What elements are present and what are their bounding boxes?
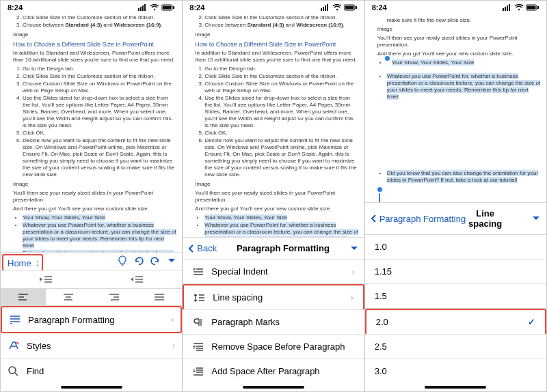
panel-paragraph-formatting: 8:24 Click Slide Size in the Customize s… <box>183 1 364 391</box>
styles-icon <box>8 340 20 351</box>
svg-point-36 <box>336 9 337 10</box>
lightbulb-icon[interactable] <box>116 255 129 267</box>
selection-handle-start[interactable] <box>385 56 390 61</box>
ribbon-tab-home-label: Home <box>8 258 31 268</box>
doc-paragraph: And there you go! You'll see your new cu… <box>13 206 176 212</box>
status-time: 8:24 <box>372 3 387 12</box>
undo-icon[interactable] <box>133 255 145 267</box>
status-time: 8:24 <box>189 3 204 12</box>
special-indent-icon <box>192 267 204 277</box>
doc-paragraph: You'll then see your newly sized slides … <box>377 35 541 48</box>
list-item: Whatever you use PowerPoint for, whether… <box>387 73 541 100</box>
svg-rect-57 <box>509 4 510 11</box>
back-button[interactable]: Back <box>188 243 217 253</box>
line-spacing-label: Line spacing <box>213 292 350 303</box>
align-right-button[interactable] <box>92 289 137 305</box>
special-indent-row[interactable]: Special Indent › <box>183 260 364 284</box>
line-spacing-panel: Paragraph Formatting Line spacing 1.0 1.… <box>365 202 546 391</box>
find-row[interactable]: Find <box>1 359 182 383</box>
list-item: Choose Custom Slide Size on Windows or P… <box>204 81 358 94</box>
home-indicator[interactable] <box>61 386 122 389</box>
align-justify-button[interactable] <box>137 289 182 305</box>
redo-icon[interactable] <box>149 255 161 267</box>
panel-line-spacing: 8:24 make sure it fits the new slide siz… <box>365 1 546 391</box>
list-item: Did you know that you can also change th… <box>387 170 541 184</box>
doc-paragraph: You'll then see your newly sized slides … <box>195 190 358 204</box>
svg-rect-3 <box>144 4 146 11</box>
line-spacing-option-selected[interactable]: 2.0✓ <box>365 309 546 335</box>
line-spacing-row[interactable]: Line spacing › <box>183 284 364 310</box>
alignment-segment <box>1 288 182 306</box>
line-spacing-option[interactable]: 1.0 <box>365 235 546 260</box>
line-spacing-option[interactable]: 1.15 <box>365 260 546 284</box>
status-icons <box>503 4 539 11</box>
image-placeholder-label: Image <box>13 181 176 188</box>
bullet-list: Did you know that you can also change th… <box>377 170 541 184</box>
highlighted-text: Your Show, Your Slides, Your Size <box>392 59 475 66</box>
wifi-icon <box>150 4 159 11</box>
decrease-indent-icon <box>38 275 53 284</box>
list-item: Use the Slides sized for drop-down box t… <box>23 95 176 129</box>
toolbar-panel: Home Paragraph Formatting <box>1 252 182 391</box>
home-indicator[interactable] <box>243 386 304 389</box>
list-item: Decide how you want to adjust the conten… <box>204 137 358 178</box>
doc-intro: In addition to Standard and Widescreen, … <box>195 50 358 64</box>
list-item: Click OK. <box>204 130 358 137</box>
line-spacing-option[interactable]: 2.5 <box>365 335 546 359</box>
svg-point-30 <box>9 367 16 374</box>
document-view[interactable]: Click Slide Size in the Customize sectio… <box>1 12 182 252</box>
svg-rect-39 <box>356 6 357 9</box>
battery-icon <box>526 4 539 11</box>
increase-indent-button[interactable] <box>92 275 183 284</box>
collapse-panel-icon[interactable] <box>349 245 359 252</box>
list-item: Click OK. <box>23 130 176 137</box>
list-item: Choose between Standard (4:3) and Widesc… <box>23 22 176 29</box>
status-icons <box>138 4 175 11</box>
chevron-right-icon: › <box>172 341 175 350</box>
paragraph-formatting-icon <box>9 314 21 325</box>
decrease-indent-button[interactable] <box>1 275 92 284</box>
svg-rect-55 <box>505 7 506 11</box>
add-space-after-row[interactable]: Add Space After Paragraph <box>183 359 364 383</box>
list-item: Use the Slides sized for drop-down box t… <box>204 95 358 129</box>
list-item: Click Slide Size in the Customize sectio… <box>204 73 358 80</box>
list-item: Click Slide Size in the Customize sectio… <box>23 73 176 80</box>
align-justify-icon <box>153 293 165 301</box>
indent-row <box>1 270 182 288</box>
styles-row[interactable]: Styles › <box>1 333 182 359</box>
status-icons <box>321 4 358 11</box>
signal-icon <box>321 4 330 11</box>
document-view[interactable]: make sure it fits the new slide size. Im… <box>365 12 546 202</box>
text-cursor <box>379 193 541 202</box>
align-center-button[interactable] <box>46 289 91 305</box>
home-indicator[interactable] <box>425 386 486 389</box>
align-left-button[interactable] <box>1 289 46 305</box>
ordered-steps-main: Go to the Design tab. Click Slide Size i… <box>195 66 358 178</box>
status-bar: 8:24 <box>183 1 364 12</box>
wifi-icon <box>514 4 524 11</box>
increase-indent-icon <box>129 275 144 284</box>
back-label: Paragraph Formatting <box>379 214 466 224</box>
list-item: Click Slide Size in the Customize sectio… <box>204 14 358 21</box>
chevron-right-icon: › <box>171 315 174 324</box>
line-spacing-option[interactable]: 1.5 <box>365 284 546 309</box>
line-spacing-icon <box>194 293 206 303</box>
svg-rect-0 <box>138 8 139 11</box>
svg-rect-34 <box>325 5 326 11</box>
paragraph-formatting-row[interactable]: Paragraph Formatting › <box>1 306 182 333</box>
bullet-list: Your Show, Your Slides, Your Size Whatev… <box>377 59 541 100</box>
document-view[interactable]: Click Slide Size in the Customize sectio… <box>183 12 364 237</box>
collapse-panel-icon[interactable] <box>165 255 178 267</box>
collapse-panel-icon[interactable] <box>531 215 541 222</box>
paragraph-marks-row[interactable]: Paragraph Marks <box>183 310 364 335</box>
selection-handle-end[interactable] <box>377 187 382 192</box>
ordered-steps-main: Go to the Design tab. Click Slide Size i… <box>13 66 176 178</box>
list-item: Whatever you use PowerPoint for, whether… <box>204 222 358 237</box>
back-button[interactable]: Paragraph Formatting <box>371 214 466 224</box>
remove-space-before-row[interactable]: Remove Space Before Paragraph <box>183 335 364 359</box>
panel-title: Line spacing <box>468 208 502 229</box>
list-item: Your Show, Your Slides, Your Size <box>204 214 358 221</box>
list-item: Your Show, Your Slides, Your Size <box>23 214 176 221</box>
status-time: 8:24 <box>8 3 23 12</box>
line-spacing-option[interactable]: 3.0 <box>365 359 546 383</box>
